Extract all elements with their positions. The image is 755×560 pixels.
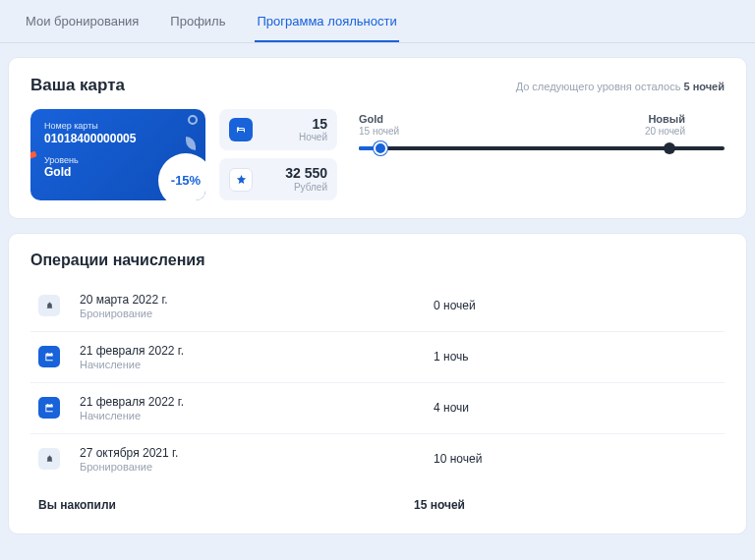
bell-icon — [38, 295, 60, 316]
total-value: 15 ночей — [414, 498, 465, 512]
progress-target-dot — [664, 142, 675, 154]
operation-date: 21 февраля 2022 г. — [80, 395, 414, 409]
operation-value: 0 ночей — [434, 299, 476, 312]
nights-unit: Ночей — [262, 132, 327, 142]
calendar-icon — [38, 397, 60, 419]
card-decoration-leaf — [186, 137, 196, 150]
stat-nights: 15 Ночей — [219, 109, 337, 150]
operation-type: Бронирование — [80, 461, 414, 473]
tab-profile[interactable]: Профиль — [168, 0, 227, 42]
operation-date: 20 марта 2022 г. — [80, 293, 414, 307]
next-level-note: До следующего уровня осталось 5 ночей — [516, 81, 725, 92]
operation-row: 21 февраля 2022 г.Начисление4 ночи — [30, 383, 725, 434]
level-progress: Gold 15 ночей Новый 20 ночей — [351, 109, 725, 200]
stat-money: 32 550 Рублей — [219, 158, 337, 199]
operation-value: 10 ночей — [434, 452, 482, 466]
tabs: Мои бронирования Профиль Программа лояль… — [0, 0, 755, 43]
loyalty-card: Номер карты 01018400000005 Уровень Gold … — [30, 109, 205, 200]
operation-value: 1 ночь — [434, 350, 469, 364]
operation-value: 4 ночи — [434, 401, 469, 415]
bell-icon — [38, 448, 60, 470]
operation-type: Начисление — [80, 410, 414, 421]
operation-date: 21 февраля 2022 г. — [80, 344, 414, 358]
operations-title: Операции начисления — [30, 252, 725, 269]
progress-left-sub: 15 ночей — [359, 126, 399, 137]
progress-right-label: Новый — [645, 113, 685, 125]
card-number-label: Номер карты — [44, 121, 192, 131]
progress-current-dot — [374, 141, 387, 155]
star-icon — [229, 168, 253, 192]
money-value: 32 550 — [262, 166, 327, 181]
bed-icon — [229, 118, 253, 141]
tab-loyalty[interactable]: Программа лояльности — [255, 0, 398, 42]
operation-row: 27 октября 2021 г.Бронирование10 ночей — [30, 434, 725, 484]
operation-type: Бронирование — [80, 308, 414, 319]
nights-value: 15 — [262, 117, 327, 132]
operation-row: 21 февраля 2022 г.Начисление1 ночь — [30, 332, 725, 383]
total-row: Вы накопили 15 ночей — [30, 484, 725, 516]
card-panel-title: Ваша карта — [30, 76, 125, 95]
operation-date: 27 октября 2021 г. — [80, 446, 414, 460]
progress-right-sub: 20 ночей — [645, 126, 685, 137]
calendar-icon — [38, 346, 60, 367]
total-label: Вы накопили — [38, 498, 394, 512]
card-decoration-triangle — [30, 150, 37, 159]
card-panel: Ваша карта До следующего уровня осталось… — [8, 57, 747, 219]
tab-bookings[interactable]: Мои бронирования — [24, 0, 141, 42]
card-number: 01018400000005 — [44, 132, 192, 145]
operation-type: Начисление — [80, 359, 414, 370]
progress-track — [359, 146, 725, 150]
money-unit: Рублей — [262, 182, 327, 193]
operations-panel: Операции начисления 20 марта 2022 г.Брон… — [8, 233, 747, 534]
progress-left-label: Gold — [359, 113, 399, 125]
operation-row: 20 марта 2022 г.Бронирование0 ночей — [30, 281, 725, 332]
